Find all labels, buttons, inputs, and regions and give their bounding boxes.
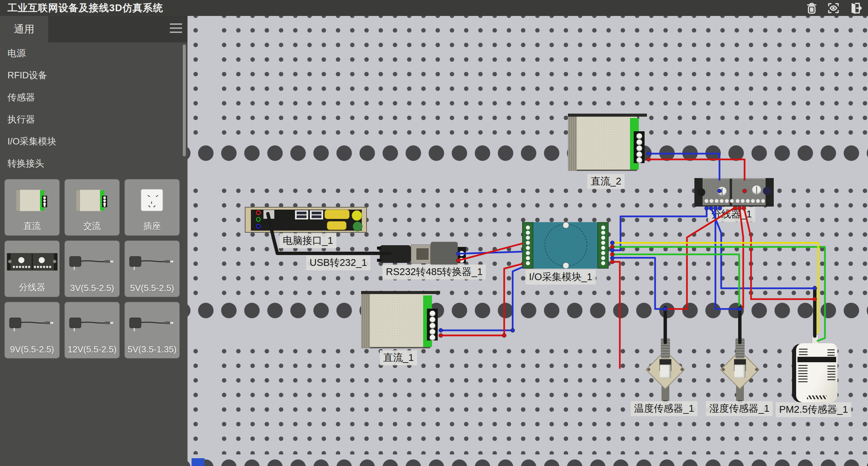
audio-jack-red <box>256 210 261 215</box>
usb-port <box>295 210 308 219</box>
plug-screw <box>377 259 381 262</box>
category-list: 电源RFID设备传感器执行器I/O采集模块转换接头 <box>0 42 188 175</box>
device-pm25-sensor-1[interactable] <box>792 334 840 405</box>
rs485-converter-body <box>431 242 458 266</box>
adapter-icon <box>125 246 179 278</box>
psu-top-edge <box>361 291 440 294</box>
pegboard-hole-row-3 <box>188 454 868 466</box>
component-grid: 直流交流插座分线器3V(5.5-2.5)5V(5.5-2.5)9V(5.5-2.… <box>4 179 180 358</box>
device-dc-2[interactable] <box>568 114 647 173</box>
component-card-label: 分线器 <box>5 281 59 293</box>
device-io-module-1[interactable] <box>522 222 609 269</box>
mount-hole <box>647 368 650 371</box>
cable-gland <box>661 338 670 358</box>
mount-hole <box>722 368 725 371</box>
splitter-hole <box>763 187 771 195</box>
vent-slots <box>798 365 808 384</box>
psu-top-edge <box>568 114 647 117</box>
category-item-4[interactable]: I/O采集模块 <box>0 131 188 153</box>
component-card-label: 5V(3.5-1.35) <box>125 344 179 355</box>
speaker-hatch <box>807 395 827 399</box>
socket-icon <box>125 184 179 217</box>
exit-icon[interactable] <box>847 1 863 15</box>
usb232-plug-body <box>380 245 411 263</box>
vent-slots <box>827 349 835 357</box>
component-card-5V(3.5-1.35)[interactable]: 5V(3.5-1.35) <box>124 302 180 358</box>
audio-jack-blue <box>256 224 261 229</box>
pm25-sensor-1-label: PM2.5传感器_1 <box>776 402 851 417</box>
device-humidity-sensor-1[interactable] <box>720 338 761 406</box>
terminal-screw <box>459 258 464 263</box>
splitter-terminals[interactable] <box>736 199 765 203</box>
dc-1-label: 直流_1 <box>380 350 417 365</box>
dc-2-label: 直流_2 <box>587 174 625 189</box>
adapter-icon <box>125 307 179 339</box>
sidebar-tab-bar: 通用 <box>0 16 188 42</box>
adapter-icon <box>5 307 59 339</box>
title-bar: 工业互联网设备及接线3D仿真系统 <box>0 0 868 16</box>
vent-slots <box>799 349 808 357</box>
rs232-to-485-1-label: RS232转485转换器_1 <box>382 265 486 279</box>
plug-screw <box>377 247 381 250</box>
psu-heatsink <box>361 294 370 348</box>
device-usb232-rs485[interactable] <box>380 238 468 269</box>
io-terminal-strip-left[interactable] <box>522 222 533 269</box>
component-card-label: 插座 <box>125 220 179 232</box>
io-module-body <box>532 222 599 269</box>
round-port-yellow <box>352 210 362 221</box>
mount-hole <box>680 368 684 371</box>
app-title: 工业互联网设备及接线3D仿真系统 <box>7 0 163 16</box>
category-item-0[interactable]: 电源 <box>0 42 188 64</box>
round-port-green <box>353 221 362 231</box>
component-card-插座[interactable]: 插座 <box>124 179 180 236</box>
device-splitter-1[interactable] <box>694 178 774 207</box>
category-item-1[interactable]: RFID设备 <box>0 64 188 86</box>
device-temp-sensor-1[interactable] <box>645 338 686 406</box>
component-card-分线器[interactable]: 分线器 <box>4 240 60 297</box>
humidity-sensor-1-label: 湿度传感器_1 <box>706 401 773 416</box>
hamburger-menu-icon[interactable] <box>170 23 182 35</box>
preview-icon[interactable] <box>825 1 842 15</box>
component-card-直流[interactable]: 直流 <box>4 179 60 236</box>
component-card-3V(5.5-2.5)[interactable]: 3V(5.5-2.5) <box>64 240 120 297</box>
psu-heatsink <box>568 117 577 171</box>
audio-jack-green <box>256 217 261 222</box>
mount-hole <box>755 368 758 371</box>
pegboard-seam <box>207 16 213 466</box>
component-card-label: 9V(5.5-2.5) <box>5 344 59 355</box>
component-card-12V(5.5-2.5)[interactable]: 12V(5.5-2.5) <box>64 302 120 358</box>
component-card-label: 12V(5.5-2.5) <box>65 344 119 355</box>
component-card-交流[interactable]: 交流 <box>64 179 120 236</box>
psu-body <box>577 117 637 171</box>
serial-port-db9 <box>327 221 347 230</box>
pm25-band <box>797 357 836 362</box>
delete-icon[interactable] <box>804 1 820 15</box>
category-item-3[interactable]: 执行器 <box>0 109 188 131</box>
splitter-screw <box>752 186 761 195</box>
psu-terminal-block[interactable] <box>634 131 645 163</box>
component-card-5V(5.5-2.5)[interactable]: 5V(5.5-2.5) <box>124 240 180 297</box>
io-module-1-label: I/O采集模块_1 <box>526 270 596 285</box>
splitter-hole <box>697 188 705 196</box>
tab-general[interactable]: 通用 <box>0 16 48 42</box>
pc-interface-1-label: 电脑接口_1 <box>279 233 336 248</box>
splitter-1-label: 分线器_1 <box>708 207 755 222</box>
vent-slots <box>827 366 835 382</box>
splitter-terminals[interactable] <box>705 199 734 203</box>
io-terminal-strip-right[interactable] <box>597 222 609 269</box>
psu-body <box>370 294 430 348</box>
component-card-9V(5.5-2.5)[interactable]: 9V(5.5-2.5) <box>4 302 60 358</box>
category-item-5[interactable]: 转换接头 <box>0 153 188 175</box>
category-scrollbar[interactable] <box>183 44 186 156</box>
psu-icon <box>65 184 119 217</box>
device-pc-interface-1[interactable] <box>245 207 367 233</box>
category-item-2[interactable]: 传感器 <box>0 86 188 109</box>
device-dc-1[interactable] <box>361 291 440 351</box>
component-card-label: 3V(5.5-2.5) <box>65 283 119 293</box>
psu-terminal-block[interactable] <box>427 309 438 341</box>
usb-port <box>310 210 323 219</box>
cable-gland <box>735 338 745 358</box>
sensor-collar <box>734 365 746 378</box>
adapter-icon <box>65 307 119 339</box>
simulation-canvas[interactable]: 直流_2分线器_1电脑接口_1USB转232_1RS232转485转换器_1I/… <box>188 16 868 466</box>
